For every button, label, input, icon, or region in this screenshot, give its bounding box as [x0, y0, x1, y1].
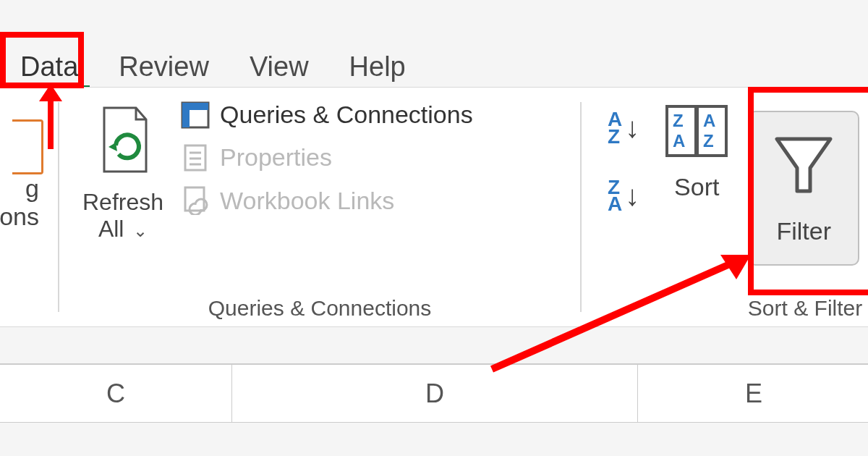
group-sort-filter: AZ ↓ ZA ↓ Z A A Z: [582, 88, 868, 326]
sort-descending-button[interactable]: ZA ↓: [608, 179, 639, 214]
group-queries-connections: Refresh All ⌄ Queries & Connections Prop…: [59, 88, 580, 326]
svg-rect-2: [182, 103, 190, 127]
filter-button[interactable]: Filter: [748, 111, 859, 266]
queries-connections-button[interactable]: Queries & Connections: [181, 101, 473, 129]
partial-label-line2: ons: [0, 203, 43, 231]
tab-data[interactable]: Data: [0, 51, 98, 87]
down-arrow-icon: ↓: [625, 111, 639, 144]
column-headers: C D E: [0, 363, 868, 423]
partial-label-line1: g: [25, 174, 43, 203]
svg-text:Z: Z: [673, 111, 684, 130]
sort-asc-icon: AZ: [608, 111, 622, 145]
tab-view[interactable]: View: [229, 51, 329, 87]
sort-desc-icon: ZA: [608, 179, 622, 214]
refresh-icon: [94, 105, 152, 183]
sort-button[interactable]: Z A A Z Sort: [651, 98, 742, 201]
sort-ascending-button[interactable]: AZ ↓: [608, 111, 639, 145]
workbook-links-icon: [181, 186, 210, 215]
properties-icon: [181, 144, 210, 172]
tab-help[interactable]: Help: [329, 51, 426, 87]
ribbon-tabs: Data Review View Help: [0, 0, 868, 87]
queries-stack: Queries & Connections Properties Workboo…: [172, 98, 473, 215]
svg-text:A: A: [703, 111, 715, 130]
column-header-c[interactable]: C: [0, 365, 232, 423]
svg-text:Z: Z: [703, 131, 714, 151]
refresh-all-button[interactable]: Refresh All ⌄: [74, 98, 172, 242]
column-header-d[interactable]: D: [232, 365, 638, 423]
tab-label: Data: [20, 51, 78, 82]
existing-connections-icon: [12, 119, 43, 174]
down-arrow-icon: ↓: [625, 180, 639, 212]
group-label-queries: Queries & Connections: [74, 296, 566, 326]
ribbon: g ons Refresh All ⌄: [0, 87, 868, 327]
svg-text:A: A: [673, 131, 685, 151]
queries-connections-icon: [181, 101, 210, 129]
properties-button: Properties: [181, 143, 473, 172]
sort-icon: Z A A Z: [664, 102, 729, 166]
workbook-links-button: Workbook Links: [181, 186, 473, 215]
sort-az-buttons: AZ ↓ ZA ↓: [596, 98, 651, 213]
partial-group-left: g ons: [0, 88, 58, 326]
tab-review[interactable]: Review: [98, 51, 229, 87]
column-header-e[interactable]: E: [638, 365, 868, 423]
group-label-sort-filter: Sort & Filter: [596, 296, 865, 326]
funnel-icon: [771, 132, 836, 203]
chevron-down-icon: ⌄: [128, 221, 148, 240]
